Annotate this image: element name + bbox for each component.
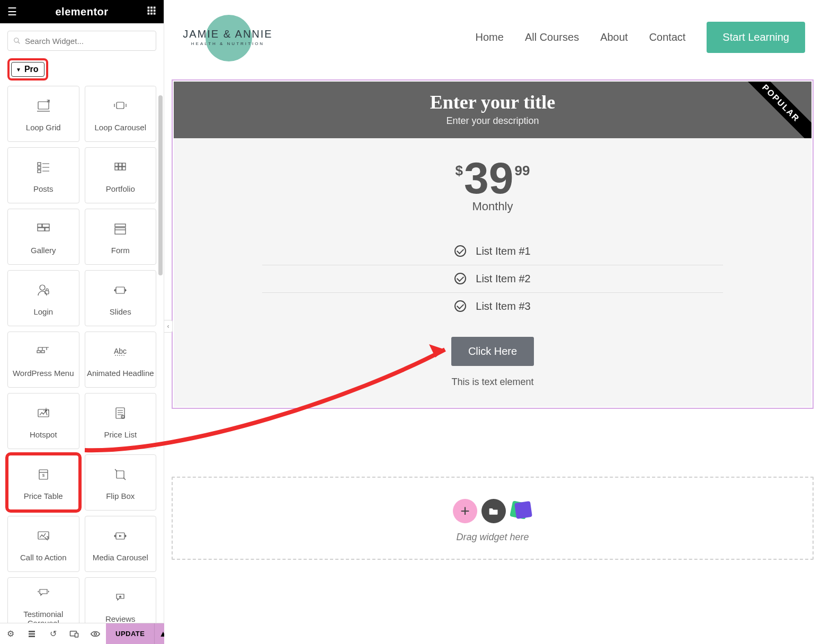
history-icon[interactable]: ↺ — [42, 623, 64, 644]
add-section-icon[interactable]: + — [453, 499, 477, 523]
panel-footer: ⚙ ↺ UPDATE ▲ — [0, 623, 164, 644]
menu-icon[interactable]: ☰ — [7, 5, 17, 18]
price-list-icon: $ — [112, 404, 129, 423]
portfolio-icon — [112, 158, 129, 177]
widget-label: Form — [111, 246, 130, 255]
annotation-highlight-category: ▼ Pro — [7, 58, 48, 80]
posts-icon — [35, 158, 52, 177]
price-table-section[interactable]: Enter your title Enter your description … — [164, 74, 821, 419]
drop-icons: + — [178, 499, 807, 523]
category-row: ▼ Pro — [0, 58, 164, 86]
svg-point-35 — [45, 409, 47, 412]
widget-hotspot[interactable]: Hotspot — [7, 393, 79, 449]
widget-portfolio[interactable]: Portfolio — [85, 147, 157, 203]
svg-rect-20 — [119, 167, 122, 170]
loop-grid-icon — [35, 96, 52, 115]
svg-rect-31 — [37, 351, 40, 353]
site-header: JAMIE & ANNIE HEALTH & NUTRITION Home Al… — [164, 0, 821, 74]
update-button[interactable]: UPDATE — [106, 623, 154, 644]
nav-home[interactable]: Home — [476, 31, 504, 43]
scrollbar[interactable] — [158, 86, 163, 377]
widget-price-list[interactable]: $ Price List — [85, 393, 157, 449]
widget-reviews[interactable]: Reviews — [85, 577, 157, 623]
navigator-icon[interactable] — [21, 623, 42, 644]
svg-rect-27 — [115, 228, 126, 234]
flip-box-icon — [112, 465, 129, 484]
category-chip[interactable]: ▼ Pro — [11, 62, 44, 77]
feature-text: List Item #3 — [476, 300, 530, 312]
widget-call-to-action[interactable]: Call to Action — [7, 516, 79, 572]
svg-line-10 — [18, 42, 20, 44]
widget-label: Loop Carousel — [94, 123, 146, 132]
media-carousel-icon — [112, 526, 129, 545]
svg-rect-15 — [38, 170, 41, 173]
reviews-icon — [112, 588, 129, 607]
price-table-button[interactable]: Click Here — [451, 337, 534, 366]
drop-area[interactable]: + Drag widget here — [172, 477, 814, 560]
widget-testimonial-carousel[interactable]: Testimonial Carousel — [7, 577, 79, 623]
caret-down-icon: ▼ — [16, 67, 21, 73]
svg-rect-12 — [117, 102, 124, 109]
feature-item: List Item #1 — [262, 238, 722, 265]
svg-text:$: $ — [42, 473, 45, 478]
svg-rect-1 — [150, 6, 153, 8]
svg-rect-3 — [148, 10, 150, 12]
search-input[interactable] — [25, 37, 150, 46]
cta-icon — [35, 526, 52, 545]
responsive-icon[interactable] — [64, 623, 85, 644]
search-wrap — [0, 23, 164, 58]
svg-rect-17 — [119, 163, 122, 166]
settings-icon[interactable]: ⚙ — [0, 623, 21, 644]
preview-icon[interactable] — [85, 623, 106, 644]
svg-rect-6 — [148, 12, 150, 14]
svg-rect-0 — [148, 6, 150, 8]
widget-posts[interactable]: Posts — [7, 147, 79, 203]
price-row: $ 39 99 — [190, 158, 796, 199]
brand-line2: HEALTH & NUTRITION — [183, 41, 272, 46]
feature-text: List Item #2 — [476, 273, 530, 285]
panel-collapse-button[interactable]: ‹ — [164, 320, 173, 333]
widget-label: Price Table — [24, 491, 63, 500]
svg-rect-16 — [115, 163, 118, 166]
nav-about[interactable]: About — [600, 31, 628, 43]
widget-price-table[interactable]: $ Price Table — [7, 454, 79, 511]
search-box[interactable] — [7, 31, 156, 51]
svg-rect-11 — [38, 102, 49, 109]
price-table-body: $ 39 99 Monthly List Item #1 List Item #… — [174, 138, 811, 407]
add-template-icon[interactable] — [481, 499, 506, 523]
widget-gallery[interactable]: Gallery — [7, 209, 79, 265]
gallery-icon — [35, 219, 52, 238]
widget-wordpress-menu[interactable]: WordPress Menu — [7, 332, 79, 388]
widget-label: Media Carousel — [93, 553, 148, 562]
check-icon — [454, 245, 466, 257]
login-icon — [35, 281, 52, 300]
slides-icon — [112, 281, 129, 300]
widget-list: Loop Grid Loop Carousel Posts Portfolio … — [0, 86, 164, 623]
svg-rect-30 — [116, 287, 124, 293]
animated-headline-icon: Abc — [112, 342, 129, 361]
widget-label: Loop Grid — [26, 123, 61, 132]
widget-form[interactable]: Form — [85, 209, 157, 265]
svg-rect-2 — [154, 6, 156, 8]
svg-rect-26 — [115, 224, 126, 227]
brand-line1: JAMIE & ANNIE — [183, 28, 272, 40]
widget-label: Testimonial Carousel — [8, 610, 79, 623]
widget-flip-box[interactable]: Flip Box — [85, 454, 157, 511]
svg-rect-13 — [38, 163, 41, 165]
site-logo[interactable]: JAMIE & ANNIE HEALTH & NUTRITION — [175, 11, 281, 64]
elementor-panel: ☰ elementor ▼ Pro Loop Grid — [0, 0, 164, 644]
nav-courses[interactable]: All Courses — [525, 31, 579, 43]
apps-icon[interactable] — [147, 6, 156, 18]
nav-contact[interactable]: Contact — [649, 31, 685, 43]
widget-loop-grid[interactable]: Loop Grid — [7, 86, 79, 142]
add-container-icon[interactable] — [510, 499, 532, 521]
start-learning-button[interactable]: Start Learning — [707, 22, 805, 53]
widget-animated-headline[interactable]: Abc Animated Headline — [85, 332, 157, 388]
wordpress-menu-icon — [35, 342, 52, 361]
svg-rect-14 — [38, 166, 41, 169]
widget-login[interactable]: Login — [7, 270, 79, 326]
widget-media-carousel[interactable]: Media Carousel — [85, 516, 157, 572]
svg-rect-42 — [38, 532, 49, 539]
widget-loop-carousel[interactable]: Loop Carousel — [85, 86, 157, 142]
widget-slides[interactable]: Slides — [85, 270, 157, 326]
